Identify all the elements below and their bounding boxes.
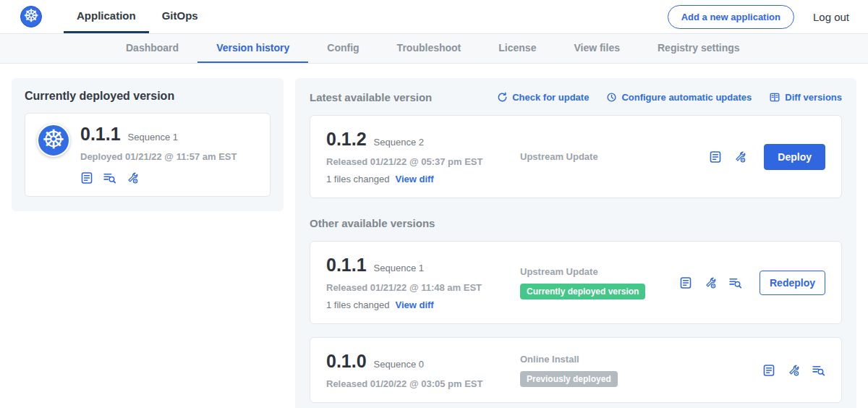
top-tabs: Application GitOps xyxy=(64,0,211,33)
configure-automatic-updates-link[interactable]: Configure automatic updates xyxy=(606,92,752,103)
release-notes-icon[interactable] xyxy=(80,171,93,184)
version-actions: Deploy xyxy=(709,144,825,170)
release-notes-icon[interactable] xyxy=(709,150,722,163)
edit-config-icon[interactable] xyxy=(733,150,746,163)
version-row-0-1-0: 0.1.0 Sequence 0 Released 01/20/22 @ 03:… xyxy=(310,337,842,403)
version-number: 0.1.1 xyxy=(326,255,367,276)
subnav-dashboard[interactable]: Dashboard xyxy=(107,34,197,63)
sequence-label: Sequence 0 xyxy=(374,359,424,370)
tab-application[interactable]: Application xyxy=(64,0,149,33)
tab-application-label: Application xyxy=(77,9,136,22)
kubernetes-logo-icon: ☸ xyxy=(20,6,42,27)
latest-version-title: Latest available version xyxy=(310,91,432,103)
add-application-button[interactable]: Add a new application xyxy=(668,5,794,29)
deployed-sequence-label: Sequence 1 xyxy=(128,132,178,143)
subnav-license[interactable]: License xyxy=(480,34,555,63)
version-row-0-1-2: 0.1.2 Sequence 2 Released 01/21/22 @ 05:… xyxy=(310,115,842,198)
refresh-icon xyxy=(497,92,508,103)
other-versions-title: Other available versions xyxy=(310,217,842,229)
sequence-label: Sequence 1 xyxy=(374,263,424,273)
currently-deployed-badge: Currently deployed version xyxy=(520,284,645,299)
diff-versions-link[interactable]: Diff versions xyxy=(769,92,842,103)
version-actions: Redeploy xyxy=(679,271,825,295)
files-changed-label: 1 files changed xyxy=(326,174,389,184)
top-header: ☸ Application GitOps Add a new applicati… xyxy=(0,0,868,34)
version-actions xyxy=(762,364,825,377)
deployed-app-logo-icon: ☸ xyxy=(37,124,70,157)
view-diff-link[interactable]: View diff xyxy=(395,299,433,310)
release-notes-icon[interactable] xyxy=(762,364,775,377)
diff-versions-label: Diff versions xyxy=(785,92,842,103)
helm-wheel-glyph: ☸ xyxy=(42,127,65,153)
version-info: 0.1.1 Sequence 1 Released 01/21/22 @ 11:… xyxy=(326,255,507,310)
version-info: 0.1.0 Sequence 0 Released 01/20/22 @ 03:… xyxy=(326,351,507,389)
schedule-clock-icon xyxy=(606,92,617,103)
helm-wheel-glyph: ☸ xyxy=(23,7,39,25)
version-number: 0.1.0 xyxy=(326,351,367,372)
check-for-update-link[interactable]: Check for update xyxy=(497,92,589,103)
released-timestamp: Released 01/20/22 @ 03:05 pm EST xyxy=(326,378,507,389)
deployed-card-title: Currently deployed version xyxy=(25,90,271,103)
version-source: Upstream Update xyxy=(507,151,709,162)
released-timestamp: Released 01/21/22 @ 11:48 am EST xyxy=(326,282,507,293)
tab-gitops-label: GitOps xyxy=(162,9,198,22)
deploy-logs-icon[interactable] xyxy=(103,171,116,184)
deployed-version-number: 0.1.1 xyxy=(80,124,121,145)
panel-actions: Check for update Configure automatic upd… xyxy=(497,92,842,103)
subnav-troubleshoot[interactable]: Troubleshoot xyxy=(378,34,480,63)
version-info: 0.1.2 Sequence 2 Released 01/21/22 @ 05:… xyxy=(326,129,507,184)
deployed-actions xyxy=(80,171,237,184)
source-label: Online Install xyxy=(520,354,762,365)
release-notes-icon[interactable] xyxy=(679,276,692,289)
files-changed-label: 1 files changed xyxy=(326,299,389,310)
source-label: Upstream Update xyxy=(520,151,709,162)
version-history-panel: Latest available version Check for updat… xyxy=(295,78,856,408)
subnav-registry-settings[interactable]: Registry settings xyxy=(639,34,759,63)
previously-deployed-badge: Previously deployed xyxy=(520,371,618,387)
diff-icon xyxy=(769,92,780,103)
version-row-0-1-1: 0.1.1 Sequence 1 Released 01/21/22 @ 11:… xyxy=(310,241,842,324)
deployed-version-card: ☸ 0.1.1 Sequence 1 Deployed 01/21/22 @ 1… xyxy=(25,113,271,197)
subnav-version-history[interactable]: Version history xyxy=(197,34,308,63)
released-timestamp: Released 01/21/22 @ 05:37 pm EST xyxy=(326,156,507,167)
logout-link[interactable]: Log out xyxy=(813,11,849,23)
version-source: Upstream Update Currently deployed versi… xyxy=(507,266,679,299)
check-for-update-label: Check for update xyxy=(512,92,589,103)
main-content: Currently deployed version ☸ 0.1.1 Seque… xyxy=(0,64,868,408)
edit-config-icon[interactable] xyxy=(704,276,717,289)
currently-deployed-card: Currently deployed version ☸ 0.1.1 Seque… xyxy=(12,78,284,211)
redeploy-button[interactable]: Redeploy xyxy=(760,271,825,295)
tab-gitops[interactable]: GitOps xyxy=(149,0,211,33)
subnav-config[interactable]: Config xyxy=(308,34,378,63)
source-label: Upstream Update xyxy=(520,266,679,277)
deploy-logs-icon[interactable] xyxy=(812,364,825,377)
version-number: 0.1.2 xyxy=(326,129,367,150)
subnav-view-files[interactable]: View files xyxy=(555,34,639,63)
deployed-version-meta: 0.1.1 Sequence 1 Deployed 01/21/22 @ 11:… xyxy=(80,124,237,184)
deploy-logs-icon[interactable] xyxy=(728,276,742,289)
sequence-label: Sequence 2 xyxy=(374,137,424,148)
app-subnav: Dashboard Version history Config Trouble… xyxy=(0,34,868,64)
version-source: Online Install Previously deployed xyxy=(507,354,762,387)
configure-automatic-updates-label: Configure automatic updates xyxy=(621,92,752,103)
edit-config-icon[interactable] xyxy=(787,364,800,377)
panel-header: Latest available version Check for updat… xyxy=(310,91,842,103)
view-diff-link[interactable]: View diff xyxy=(395,174,433,184)
deploy-button[interactable]: Deploy xyxy=(764,144,825,170)
edit-config-icon[interactable] xyxy=(126,171,139,184)
deployed-timestamp: Deployed 01/21/22 @ 11:57 am EST xyxy=(80,151,237,162)
